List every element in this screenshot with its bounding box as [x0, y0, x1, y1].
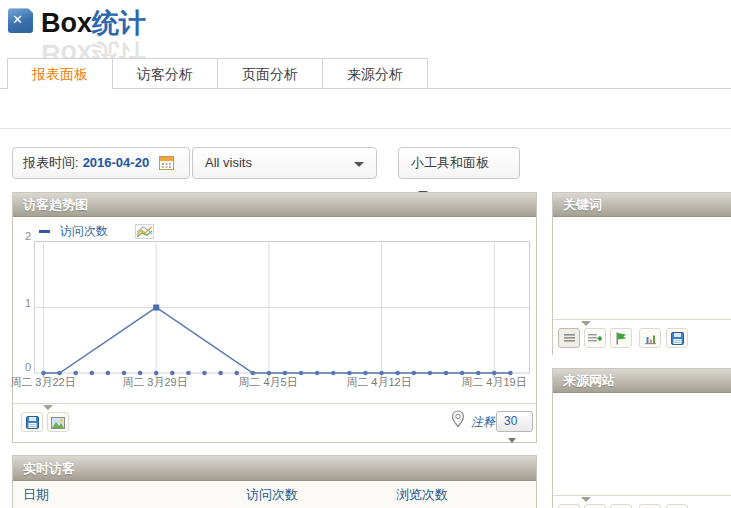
main-nav-tabs: 报表面板 访客分析 页面分析 来源分析 — [8, 58, 428, 89]
tab-report-dashboard[interactable]: 报表面板 — [7, 58, 113, 89]
y-axis-tick: 2 — [15, 230, 31, 242]
widgets-menu-button[interactable]: 小工具和面板 — [398, 147, 520, 179]
column-date[interactable]: 日期 — [23, 481, 49, 508]
keywords-footer — [553, 319, 731, 355]
tab-source-analysis[interactable]: 来源分析 — [322, 58, 428, 88]
realtime-visitors-panel: 实时访客 日期 访问次数 浏览次数 — [12, 455, 537, 508]
x-axis-tick: 周二 4月12日 — [346, 375, 411, 390]
chart-legend: 访问次数 — [39, 223, 154, 237]
y-axis-tick: 0 — [15, 361, 31, 373]
x-axis-tick: 周二 4月19日 — [461, 375, 526, 390]
keywords-title[interactable]: 关键词 — [553, 193, 731, 217]
export-data-button[interactable] — [21, 412, 43, 432]
image-icon — [51, 417, 65, 429]
collapse-triangle-icon[interactable] — [581, 321, 591, 326]
chart-footer: 注释 30 — [13, 403, 536, 442]
bar-chart-icon — [644, 333, 657, 345]
annotation-pin-icon[interactable] — [451, 410, 465, 428]
x-axis-tick: 周二 3月22日 — [10, 375, 75, 390]
export-data-button[interactable] — [666, 504, 688, 508]
goal-flag-icon — [615, 332, 627, 345]
export-data-button[interactable] — [666, 328, 688, 348]
export-image-button[interactable] — [47, 412, 69, 432]
subheader-divider — [0, 128, 731, 129]
x-axis-tick: 周二 3月29日 — [122, 375, 187, 390]
visitor-trend-panel: 访客趋势图 访问次数 2 1 0 周二 3月22日 周二 3月29日 周二 4月… — [12, 192, 537, 443]
table-icon — [563, 333, 576, 344]
all-columns-view-button[interactable] — [584, 504, 606, 508]
segment-value: All visits — [205, 155, 252, 170]
table-view-button[interactable] — [558, 504, 580, 508]
table-plus-icon — [588, 333, 602, 345]
chevron-down-icon — [354, 162, 364, 167]
limit-value: 30 — [504, 414, 517, 428]
annotations-link[interactable]: 注释 — [471, 414, 495, 431]
goals-view-button[interactable] — [610, 504, 632, 508]
goals-view-button[interactable] — [610, 328, 632, 348]
all-columns-view-button[interactable] — [584, 328, 606, 348]
visitor-trend-title[interactable]: 访客趋势图 — [13, 193, 536, 217]
y-axis-tick: 1 — [15, 297, 31, 309]
realtime-visitors-title[interactable]: 实时访客 — [13, 456, 536, 481]
export-icon — [26, 416, 39, 429]
x-axis-tick: 周二 4月5日 — [238, 375, 297, 390]
dashboard-page: ✕ Box统计 Box统计 报表面板 访客分析 页面分析 来源分析 报表时间:2… — [0, 0, 731, 508]
legend-line-swatch — [39, 230, 50, 233]
report-date-picker[interactable]: 报表时间:2016-04-20 — [12, 147, 190, 179]
collapse-triangle-icon[interactable] — [43, 405, 53, 410]
chart-style-icon[interactable] — [135, 224, 154, 239]
table-view-button[interactable] — [558, 328, 580, 348]
referrer-websites-panel: 来源网站 — [552, 368, 731, 508]
collapse-triangle-icon[interactable] — [581, 497, 591, 502]
tab-page-analysis[interactable]: 页面分析 — [217, 58, 323, 88]
chart-view-button[interactable] — [639, 328, 661, 348]
visits-evolution-chart[interactable] — [34, 241, 530, 384]
legend-label: 访问次数 — [60, 224, 108, 238]
referrer-websites-title[interactable]: 来源网站 — [553, 369, 731, 393]
chevron-down-icon — [508, 438, 516, 443]
keywords-panel: 关键词 — [552, 192, 731, 355]
column-visits[interactable]: 访问次数 — [246, 481, 298, 508]
referrers-footer — [553, 495, 731, 508]
days-limit-select[interactable]: 30 — [496, 411, 533, 432]
segment-selector[interactable]: All visits — [192, 147, 377, 179]
calendar-icon — [159, 155, 174, 170]
chart-view-button[interactable] — [639, 504, 661, 508]
column-pageviews[interactable]: 浏览次数 — [396, 481, 448, 508]
realtime-table-header: 日期 访问次数 浏览次数 — [13, 481, 536, 508]
tab-visitor-analysis[interactable]: 访客分析 — [112, 58, 218, 88]
export-icon — [671, 332, 684, 345]
box-logo-icon: ✕ — [8, 8, 33, 33]
report-date-value: 2016-04-20 — [83, 155, 150, 170]
